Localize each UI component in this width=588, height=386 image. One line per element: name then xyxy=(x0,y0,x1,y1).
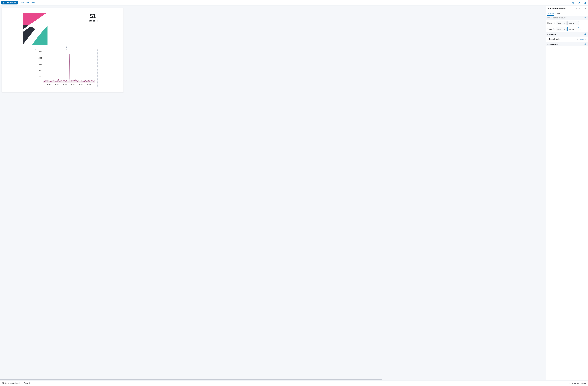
remove-style-icon[interactable]: ✕ xyxy=(585,38,586,40)
svg-text:Jul 09: Jul 09 xyxy=(47,84,51,86)
color-auto-link[interactable]: Auto xyxy=(580,39,584,40)
add-element-style-icon[interactable] xyxy=(585,43,586,45)
move-down-icon[interactable] xyxy=(582,8,583,9)
toolbar: Add element View Edit Share xyxy=(0,0,588,6)
resize-handle-ml[interactable] xyxy=(35,68,36,69)
chart: 05001000150020002500Jul 09Jul 10Jul 11Ju… xyxy=(37,51,96,86)
metric-value: $1 xyxy=(88,12,98,19)
default-style-row[interactable]: › Default style Color Auto ✕ xyxy=(546,37,588,42)
edit-menu[interactable]: Edit xyxy=(26,2,29,4)
sidebar-header: Selected element xyxy=(546,6,588,11)
move-up-icon[interactable] xyxy=(579,8,580,9)
resize-handle-br[interactable] xyxy=(97,87,98,88)
xaxis-agg-select[interactable]: Value ⌄ xyxy=(556,21,567,25)
tab-display[interactable]: Display xyxy=(547,11,554,16)
xaxis-label: X-axis xyxy=(547,22,552,24)
section-dimensions-title: Dimensions & measures xyxy=(547,17,567,19)
metric-label: Total sales xyxy=(88,20,98,22)
resize-handle-mr[interactable] xyxy=(97,68,98,69)
resize-handle-tr[interactable] xyxy=(97,49,98,50)
sidebar-title: Selected element xyxy=(547,7,566,10)
color-label: Color xyxy=(576,39,579,40)
svg-text:Jul 12: Jul 12 xyxy=(71,84,75,86)
svg-text:Jul 10: Jul 10 xyxy=(55,84,59,86)
remove-xaxis-icon[interactable]: ✕ xyxy=(580,22,582,24)
sidebar: Selected element Display Data xyxy=(546,6,588,380)
workpad-title[interactable]: My Canvas Workpad xyxy=(2,382,20,384)
selected-chart-element[interactable]: 05001000150020002500Jul 09Jul 10Jul 11Ju… xyxy=(35,50,98,87)
layer-nav xyxy=(576,8,586,9)
current-page[interactable]: Page 1 xyxy=(24,382,30,384)
yaxis-field-select[interactable]: taxless_ ⌄ xyxy=(567,27,579,31)
section-element-style-title: Element style xyxy=(547,43,558,45)
refresh-icon[interactable] xyxy=(577,1,581,5)
resize-handle-bl[interactable] xyxy=(35,87,36,88)
view-menu[interactable]: View xyxy=(20,2,23,4)
resize-handle-tm[interactable] xyxy=(66,49,67,50)
svg-rect-1 xyxy=(584,2,586,4)
chevron-right-icon: › xyxy=(547,38,548,40)
section-dimensions: Dimensions & measures X-axis i Value ⌄ o… xyxy=(546,16,588,32)
canvas-vertical-scrollbar[interactable] xyxy=(545,6,546,380)
section-chart-style: Chart style › Default style Color Auto ✕ xyxy=(546,32,588,42)
svg-text:Jul 14: Jul 14 xyxy=(87,84,91,86)
expression-editor-label: Expression editor xyxy=(572,382,586,384)
canvas-area[interactable]: $1 Total sales 05001000150020002500Jul 0… xyxy=(0,6,546,380)
rotate-handle[interactable] xyxy=(66,47,67,48)
svg-text:1000: 1000 xyxy=(39,69,42,71)
code-icon xyxy=(569,382,571,384)
add-chart-style-icon[interactable] xyxy=(585,34,586,35)
chevron-down-icon: ⌄ xyxy=(564,28,566,30)
plus-circle-icon xyxy=(2,2,4,4)
info-icon[interactable]: i xyxy=(553,22,555,24)
expression-editor-button[interactable]: Expression editor xyxy=(569,382,586,384)
svg-text:0: 0 xyxy=(41,81,42,83)
yaxis-row: Y-axis i Value ⌄ taxless_ ⌄ ✕ xyxy=(546,26,588,32)
page-pager: ‹ Page 1 › xyxy=(22,382,32,384)
svg-text:2500: 2500 xyxy=(39,51,42,53)
svg-text:2000: 2000 xyxy=(39,57,42,59)
canvas-page[interactable]: $1 Total sales 05001000150020002500Jul 0… xyxy=(2,8,124,92)
tab-data[interactable]: Data xyxy=(556,11,561,16)
yaxis-agg-select[interactable]: Value ⌄ xyxy=(556,27,567,31)
canvas-horizontal-scrollbar[interactable] xyxy=(0,379,546,380)
add-element-button[interactable]: Add element xyxy=(1,1,18,4)
resize-handle-tl[interactable] xyxy=(35,49,36,50)
share-menu[interactable]: Share xyxy=(31,2,36,4)
info-icon[interactable]: i xyxy=(553,28,554,30)
svg-text:500: 500 xyxy=(39,76,42,77)
chevron-down-icon: ⌄ xyxy=(576,28,578,30)
remove-yaxis-icon[interactable]: ✕ xyxy=(580,28,582,30)
hide-edit-controls-icon[interactable] xyxy=(571,1,575,5)
footer: My Canvas Workpad ‹ Page 1 › Expression … xyxy=(0,380,588,386)
fullscreen-icon[interactable] xyxy=(583,1,587,5)
xaxis-row: X-axis i Value ⌄ order_d ⌄ ✕ xyxy=(546,20,588,26)
add-dimension-icon[interactable] xyxy=(585,17,586,19)
move-to-top-icon[interactable] xyxy=(576,8,577,9)
section-element-style: Element style xyxy=(546,42,588,46)
svg-text:Jul 11: Jul 11 xyxy=(63,84,67,86)
yaxis-label: Y-axis xyxy=(547,28,552,30)
chevron-down-icon: ⌄ xyxy=(564,22,566,24)
section-chart-style-title: Chart style xyxy=(547,34,556,35)
move-to-bottom-icon[interactable] xyxy=(585,8,586,9)
xaxis-field-select[interactable]: order_d ⌄ xyxy=(567,21,579,25)
svg-text:Jul 13: Jul 13 xyxy=(79,84,83,86)
add-element-label: Add element xyxy=(5,2,16,4)
metric-element[interactable]: $1 Total sales xyxy=(88,12,98,22)
chevron-down-icon: ⌄ xyxy=(576,22,578,24)
resize-handle-bm[interactable] xyxy=(66,87,67,88)
svg-text:1500: 1500 xyxy=(39,63,42,65)
main: $1 Total sales 05001000150020002500Jul 0… xyxy=(0,6,588,380)
prev-page-icon[interactable]: ‹ xyxy=(22,382,22,384)
default-style-label: Default style xyxy=(549,38,560,40)
sidebar-tabs: Display Data xyxy=(546,11,588,16)
kibana-logo[interactable] xyxy=(23,13,47,45)
next-page-icon[interactable]: › xyxy=(32,382,32,384)
